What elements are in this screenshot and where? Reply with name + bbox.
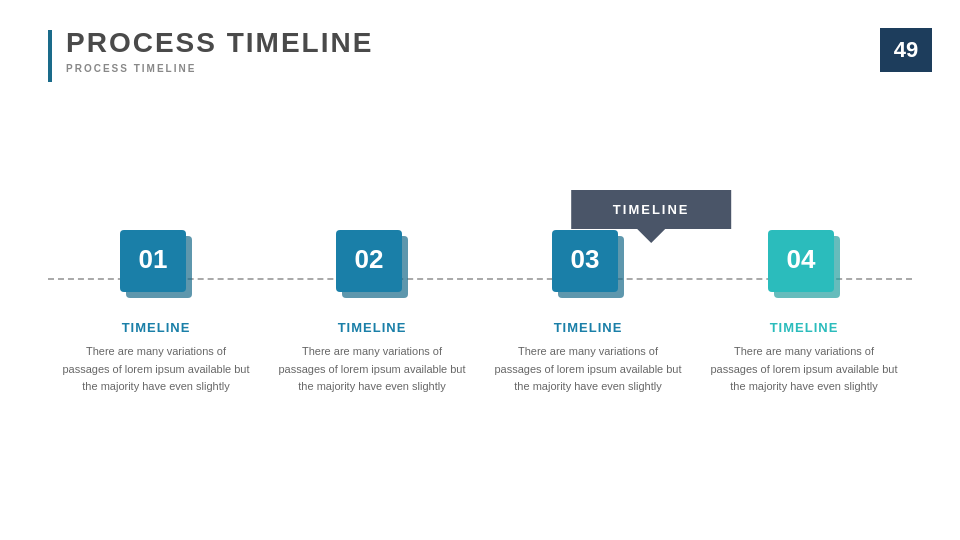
step-3-label: TIMELINE <box>554 320 623 335</box>
page-subtitle: PROCESS TIMELINE <box>66 63 373 74</box>
step-2-label: TIMELINE <box>338 320 407 335</box>
step-1-number: 01 <box>139 244 168 275</box>
step-2-icon: 02 <box>336 230 408 302</box>
step-2-icon-front: 02 <box>336 230 402 292</box>
step-1-label: TIMELINE <box>122 320 191 335</box>
step-4: 04 TIMELINE There are many variations of… <box>709 230 899 396</box>
step-3-number: 03 <box>571 244 600 275</box>
step-1: 01 TIMELINE There are many variations of… <box>61 230 251 396</box>
page-number: 49 <box>880 28 932 72</box>
step-4-number: 04 <box>787 244 816 275</box>
step-3-description: There are many variations of passages of… <box>493 343 683 396</box>
step-3-icon-front: 03 <box>552 230 618 292</box>
header-text: PROCESS TIMELINE PROCESS TIMELINE <box>66 28 373 74</box>
step-1-icon: 01 <box>120 230 192 302</box>
step-4-description: There are many variations of passages of… <box>709 343 899 396</box>
header-accent-bar <box>48 30 52 82</box>
page-title: PROCESS TIMELINE <box>66 28 373 59</box>
callout-bubble: TIMELINE <box>571 190 731 229</box>
step-4-icon: 04 <box>768 230 840 302</box>
step-2: 02 TIMELINE There are many variations of… <box>277 230 467 396</box>
header: PROCESS TIMELINE PROCESS TIMELINE <box>48 28 373 82</box>
step-1-icon-front: 01 <box>120 230 186 292</box>
step-2-description: There are many variations of passages of… <box>277 343 467 396</box>
step-4-icon-front: 04 <box>768 230 834 292</box>
steps-container: 01 TIMELINE There are many variations of… <box>48 230 912 396</box>
step-1-description: There are many variations of passages of… <box>61 343 251 396</box>
callout-label: TIMELINE <box>613 202 690 217</box>
step-4-label: TIMELINE <box>770 320 839 335</box>
step-3: 03 TIMELINE There are many variations of… <box>493 230 683 396</box>
step-2-number: 02 <box>355 244 384 275</box>
timeline-area: TIMELINE 01 TIMELINE There are many vari… <box>0 150 960 540</box>
step-3-icon: 03 <box>552 230 624 302</box>
